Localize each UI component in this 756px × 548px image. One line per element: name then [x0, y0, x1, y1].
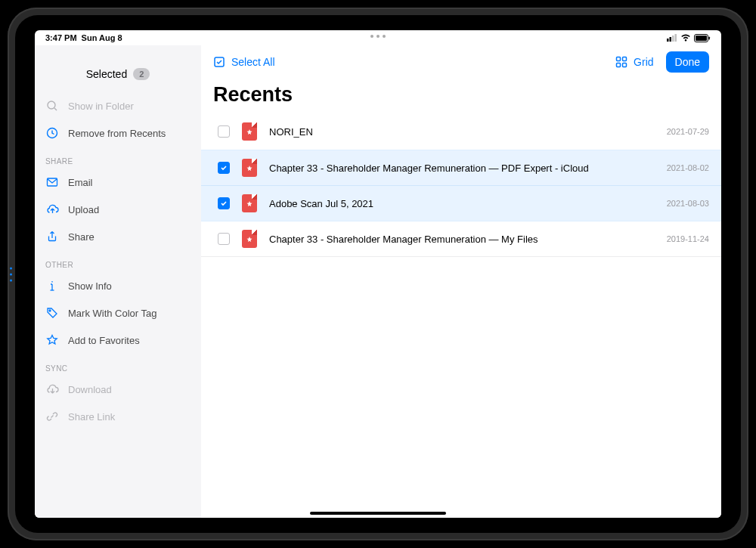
file-name: Chapter 33 - Shareholder Manager Remuner…	[269, 163, 655, 174]
svg-rect-19	[617, 63, 621, 67]
sidebar-item-label: Email	[68, 177, 93, 188]
sidebar-item-label: Download	[68, 384, 112, 395]
sidebar-section-share: SHARE	[35, 147, 201, 169]
select-all-label: Select All	[231, 56, 275, 68]
sidebar-color-tag[interactable]: Mark With Color Tag	[35, 299, 201, 327]
cloud-download-icon	[45, 382, 59, 396]
svg-line-8	[54, 108, 57, 110]
main-panel: Select All Grid Done Recents	[201, 45, 721, 518]
search-icon	[45, 99, 59, 113]
sidebar-item-label: Upload	[68, 204, 99, 215]
svg-rect-3	[675, 34, 677, 42]
file-date: 2019-11-24	[667, 234, 709, 243]
grid-icon	[615, 56, 627, 68]
grid-view-button[interactable]: Grid	[615, 56, 653, 68]
file-list: NORI_EN 2021-07-29 Chapter 33 - Sharehol…	[201, 114, 721, 518]
done-button[interactable]: Done	[666, 51, 709, 73]
sidebar-item-label: Mark With Color Tag	[68, 308, 157, 319]
file-row[interactable]: Chapter 33 - Shareholder Manager Remuner…	[201, 150, 721, 186]
sidebar: Selected 2 Show in Folder Remove from Re…	[35, 45, 201, 518]
page-title: Recents	[201, 73, 721, 114]
svg-rect-17	[617, 57, 621, 61]
battery-icon	[694, 34, 711, 42]
file-row[interactable]: NORI_EN 2021-07-29	[201, 114, 721, 150]
sidebar-favorites[interactable]: Add to Favorites	[35, 327, 201, 354]
svg-rect-0	[667, 39, 669, 42]
link-icon	[45, 410, 59, 423]
svg-rect-1	[670, 37, 672, 42]
file-name: NORI_EN	[269, 126, 655, 138]
sidebar-item-label: Share	[68, 231, 94, 243]
checkbox[interactable]	[218, 125, 230, 138]
file-row[interactable]: Adobe Scan Jul 5, 2021 2021-08-03	[201, 186, 721, 221]
checkbox[interactable]	[218, 197, 230, 209]
svg-rect-6	[709, 36, 711, 39]
status-bar: 3:47 PM Sun Aug 8	[35, 30, 721, 45]
sidebar-item-label: Share Link	[68, 411, 115, 423]
content: Selected 2 Show in Folder Remove from Re…	[35, 45, 721, 518]
svg-point-7	[48, 101, 55, 109]
screen: 3:47 PM Sun Aug 8 Selected 2	[35, 30, 721, 518]
checkbox[interactable]	[218, 162, 230, 174]
sidebar-share[interactable]: Share	[35, 223, 201, 250]
sidebar-show-in-folder[interactable]: Show in Folder	[35, 92, 201, 119]
sidebar-upload[interactable]: Upload	[35, 196, 201, 223]
side-connector-dots	[10, 267, 12, 281]
checkbox[interactable]	[218, 233, 230, 245]
info-icon	[45, 279, 59, 293]
sidebar-item-label: Remove from Recents	[68, 128, 166, 139]
email-icon	[45, 175, 59, 189]
wifi-icon	[680, 34, 691, 42]
svg-rect-18	[623, 57, 627, 61]
cloud-upload-icon	[45, 203, 59, 216]
star-icon	[45, 333, 59, 347]
file-row[interactable]: Chapter 33 - Shareholder Manager Remuner…	[201, 221, 721, 257]
select-all-button[interactable]: Select All	[213, 56, 275, 68]
pdf-icon	[242, 122, 257, 141]
sidebar-remove-from-recents[interactable]: Remove from Recents	[35, 119, 201, 147]
svg-rect-20	[623, 63, 627, 67]
toolbar: Select All Grid Done	[201, 45, 721, 73]
status-time: 3:47 PM	[45, 33, 77, 42]
selected-count-badge: 2	[133, 68, 150, 80]
file-name: Chapter 33 - Shareholder Manager Remuner…	[269, 234, 655, 245]
sidebar-show-info[interactable]: Show Info	[35, 272, 201, 299]
file-name: Adobe Scan Jul 5, 2021	[269, 198, 655, 209]
sidebar-section-sync: SYNC	[35, 354, 201, 376]
svg-rect-5	[696, 36, 707, 41]
sidebar-share-link[interactable]: Share Link	[35, 403, 201, 430]
pdf-icon	[242, 194, 257, 212]
ipad-bezel: 3:47 PM Sun Aug 8 Selected 2	[15, 15, 741, 533]
clock-remove-icon	[45, 126, 59, 140]
pdf-icon	[242, 230, 257, 248]
sidebar-section-other: OTHER	[35, 250, 201, 272]
tag-icon	[45, 306, 59, 320]
ipad-frame: 3:47 PM Sun Aug 8 Selected 2	[8, 8, 748, 540]
grid-label: Grid	[634, 56, 653, 68]
select-all-icon	[213, 56, 225, 68]
signal-icon	[667, 34, 677, 42]
svg-rect-2	[672, 36, 674, 42]
share-icon	[45, 230, 59, 243]
sidebar-item-label: Show in Folder	[68, 101, 134, 112]
multitasking-dots[interactable]	[370, 35, 386, 38]
pdf-icon	[242, 159, 257, 177]
selected-label: Selected	[86, 68, 127, 80]
sidebar-selected-header: Selected 2	[35, 45, 201, 92]
sidebar-download[interactable]: Download	[35, 376, 201, 403]
home-indicator[interactable]	[310, 512, 446, 515]
file-date: 2021-08-03	[667, 199, 709, 208]
file-date: 2021-07-29	[667, 127, 709, 136]
sidebar-item-label: Show Info	[68, 280, 112, 292]
svg-point-15	[49, 310, 51, 311]
sidebar-email[interactable]: Email	[35, 169, 201, 196]
sidebar-item-label: Add to Favorites	[68, 335, 140, 346]
status-date: Sun Aug 8	[82, 33, 122, 42]
file-date: 2021-08-02	[667, 163, 709, 172]
